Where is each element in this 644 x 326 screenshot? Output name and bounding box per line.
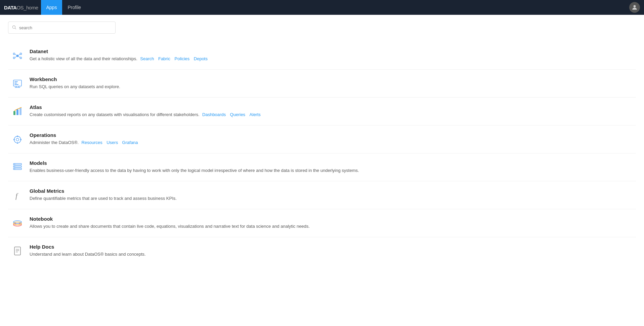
- svg-rect-21: [19, 108, 22, 115]
- datanet-link-policies[interactable]: Policies: [175, 56, 190, 61]
- atlas-name: Atlas: [30, 104, 633, 110]
- global-metrics-name: Global Metrics: [30, 188, 633, 194]
- models-desc: Enables business-user-friendly access to…: [30, 168, 359, 173]
- svg-line-8: [15, 54, 17, 56]
- datanet-name: Datanet: [30, 48, 633, 54]
- datanet-link-fabric[interactable]: Fabric: [158, 56, 170, 61]
- svg-rect-20: [16, 109, 18, 115]
- nav-apps-button[interactable]: Apps: [41, 0, 62, 15]
- notebook-icon: [11, 217, 24, 230]
- operations-info: Operations Administer the DataOS®. Resou…: [30, 132, 633, 145]
- datanet-links: Search Fabric Policies Depots: [140, 56, 210, 61]
- notebook-desc: Allows you to create and share documents…: [30, 224, 310, 229]
- atlas-link-queries[interactable]: Queries: [230, 112, 246, 117]
- notebook-info: Notebook Allows you to create and share …: [30, 216, 633, 229]
- global-metrics-icon: f: [11, 189, 24, 202]
- operations-links: Resources Users Grafana: [82, 139, 141, 145]
- svg-rect-14: [14, 83, 17, 83]
- svg-line-9: [18, 54, 20, 56]
- app-item-help-docs: Help Docs Understand and learn about Dat…: [8, 237, 636, 265]
- svg-point-24: [17, 136, 18, 137]
- svg-point-6: [13, 57, 15, 59]
- user-avatar[interactable]: [629, 2, 640, 13]
- svg-point-7: [20, 57, 22, 59]
- operations-name: Operations: [30, 132, 633, 138]
- app-item-workbench: Workbench Run SQL queries on any dataset…: [8, 70, 636, 98]
- svg-point-22: [14, 136, 21, 143]
- svg-point-25: [17, 142, 18, 144]
- help-docs-name: Help Docs: [30, 244, 633, 250]
- svg-point-5: [20, 53, 22, 55]
- datanet-desc: Get a holistic view of all the data and …: [30, 56, 137, 61]
- svg-line-10: [15, 57, 17, 58]
- svg-point-27: [20, 139, 22, 140]
- svg-point-26: [13, 139, 15, 140]
- help-docs-desc: Understand and learn about DataOS® basic…: [30, 252, 146, 257]
- app-item-operations: Operations Administer the DataOS®. Resou…: [8, 125, 636, 153]
- logo[interactable]: DATAOS_home: [4, 5, 38, 10]
- datanet-info: Datanet Get a holistic view of all the d…: [30, 48, 633, 62]
- atlas-link-alerts[interactable]: Alerts: [250, 112, 261, 117]
- svg-rect-19: [13, 111, 15, 115]
- operations-link-users[interactable]: Users: [106, 140, 118, 145]
- svg-point-31: [14, 164, 15, 165]
- svg-point-32: [14, 166, 15, 167]
- svg-rect-13: [14, 81, 18, 82]
- search-section: [8, 22, 636, 34]
- operations-desc: Administer the DataOS®.: [30, 140, 79, 145]
- atlas-desc: Create customised reports on any dataset…: [30, 112, 200, 117]
- logo-text: DATAOS_home: [4, 5, 38, 10]
- app-item-datanet: Datanet Get a holistic view of all the d…: [8, 42, 636, 70]
- atlas-icon: [11, 105, 24, 118]
- svg-point-33: [14, 169, 15, 169]
- app-item-notebook: Notebook Allows you to create and share …: [8, 209, 636, 237]
- datanet-link-depots[interactable]: Depots: [194, 56, 208, 61]
- atlas-link-dashboards[interactable]: Dashboards: [202, 112, 226, 117]
- svg-point-3: [16, 55, 18, 57]
- svg-point-4: [13, 53, 15, 55]
- notebook-name: Notebook: [30, 216, 633, 222]
- search-icon: [12, 25, 16, 31]
- search-input[interactable]: [19, 25, 112, 30]
- svg-text:f: f: [15, 191, 18, 200]
- app-item-global-metrics: f Global Metrics Define quantifiable met…: [8, 181, 636, 209]
- help-docs-info: Help Docs Understand and learn about Dat…: [30, 244, 633, 257]
- app-list: Datanet Get a holistic view of all the d…: [8, 42, 636, 265]
- global-metrics-desc: Define quantifiable metrics that are use…: [30, 196, 177, 201]
- models-info: Models Enables business-user-friendly ac…: [30, 160, 633, 173]
- workbench-icon: [11, 77, 24, 90]
- app-item-models: Models Enables business-user-friendly ac…: [8, 153, 636, 181]
- nav-profile-button[interactable]: Profile: [62, 0, 86, 15]
- svg-line-11: [18, 57, 20, 58]
- top-navigation: DATAOS_home Apps Profile: [0, 0, 644, 15]
- svg-point-0: [634, 5, 636, 7]
- operations-link-resources[interactable]: Resources: [82, 140, 102, 145]
- operations-icon: [11, 133, 24, 146]
- operations-link-grafana[interactable]: Grafana: [122, 140, 138, 145]
- svg-line-2: [15, 28, 16, 29]
- global-metrics-info: Global Metrics Define quantifiable metri…: [30, 188, 633, 201]
- datanet-link-search[interactable]: Search: [140, 56, 154, 61]
- main-content: Datanet Get a holistic view of all the d…: [0, 15, 644, 326]
- workbench-desc: Run SQL queries on any datasets and expl…: [30, 84, 120, 89]
- models-name: Models: [30, 160, 633, 166]
- models-icon: [11, 161, 24, 174]
- workbench-info: Workbench Run SQL queries on any dataset…: [30, 76, 633, 89]
- svg-rect-15: [14, 84, 18, 85]
- atlas-info: Atlas Create customised reports on any d…: [30, 104, 633, 117]
- svg-point-23: [16, 138, 19, 141]
- atlas-links: Dashboards Queries Alerts: [202, 111, 263, 117]
- search-container: [8, 22, 116, 34]
- help-docs-icon: [11, 245, 24, 258]
- datanet-icon: [11, 49, 24, 63]
- app-item-atlas: Atlas Create customised reports on any d…: [8, 98, 636, 125]
- svg-rect-38: [14, 247, 20, 255]
- workbench-name: Workbench: [30, 76, 633, 82]
